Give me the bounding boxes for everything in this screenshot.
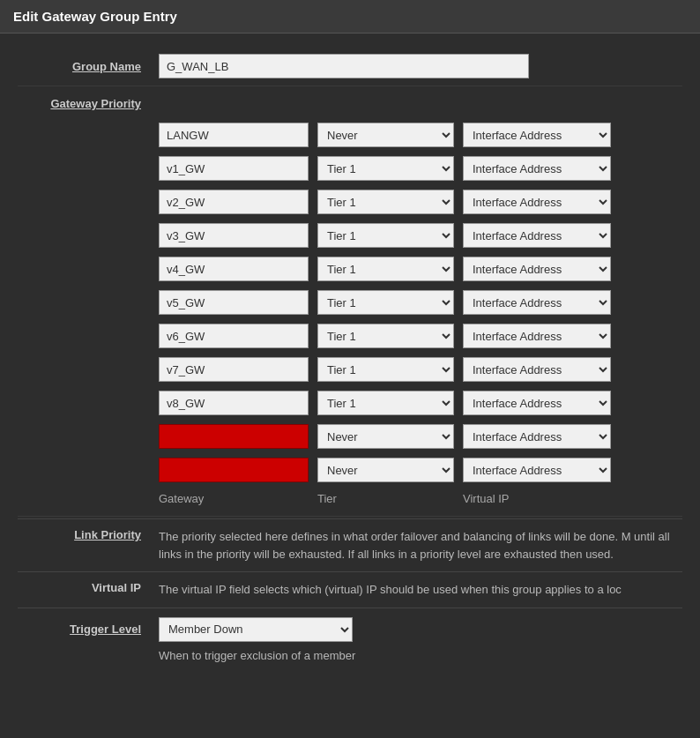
vip-select-7[interactable]: Interface Address: [463, 324, 611, 348]
gateway-input-7[interactable]: [159, 324, 309, 348]
gateway-row-1: NeverTier 1Tier 2Tier 3Tier 4Tier 5Inter…: [159, 118, 682, 152]
link-priority-label: Link Priority: [18, 528, 159, 563]
group-name-input[interactable]: [159, 54, 529, 78]
tier-select-2[interactable]: NeverTier 1Tier 2Tier 3Tier 4Tier 5: [317, 156, 454, 181]
gateway-input-4[interactable]: [159, 223, 309, 248]
group-name-label: Group Name: [18, 60, 159, 73]
gateway-row-8: NeverTier 1Tier 2Tier 3Tier 4Tier 5Inter…: [159, 353, 682, 386]
tier-select-5[interactable]: NeverTier 1Tier 2Tier 3Tier 4Tier 5: [317, 257, 454, 281]
gateway-row-10: NeverTier 1Tier 2Tier 3Tier 4Tier 5Inter…: [159, 420, 682, 453]
gateway-col-headers: Gateway Tier Virtual IP: [159, 487, 682, 509]
col-header-gateway: Gateway: [159, 492, 317, 505]
gateway-row-9: NeverTier 1Tier 2Tier 3Tier 4Tier 5Inter…: [159, 386, 682, 420]
tier-select-1[interactable]: NeverTier 1Tier 2Tier 3Tier 4Tier 5: [317, 123, 454, 147]
tier-select-6[interactable]: NeverTier 1Tier 2Tier 3Tier 4Tier 5: [317, 290, 454, 315]
vip-select-3[interactable]: Interface Address: [463, 190, 611, 214]
tier-select-7[interactable]: NeverTier 1Tier 2Tier 3Tier 4Tier 5: [317, 324, 454, 348]
gateway-input-11[interactable]: [159, 458, 309, 482]
tier-select-11[interactable]: NeverTier 1Tier 2Tier 3Tier 4Tier 5: [317, 458, 454, 482]
vip-select-5[interactable]: Interface Address: [463, 257, 611, 281]
col-header-virtual-ip: Virtual IP: [463, 492, 611, 505]
virtual-ip-label: Virtual IP: [18, 581, 159, 599]
gateway-input-10[interactable]: [159, 424, 309, 449]
gateway-input-1[interactable]: [159, 123, 309, 147]
gateway-priority-label: Gateway Priority: [18, 97, 159, 110]
tier-select-4[interactable]: NeverTier 1Tier 2Tier 3Tier 4Tier 5: [317, 223, 454, 248]
page-title: Edit Gateway Group Entry: [0, 0, 700, 34]
vip-select-4[interactable]: Interface Address: [463, 223, 611, 248]
vip-select-2[interactable]: Interface Address: [463, 156, 611, 181]
link-priority-text: The priority selected here defines in wh…: [159, 528, 682, 563]
link-priority-row: Link Priority The priority selected here…: [18, 521, 682, 570]
gateway-input-3[interactable]: [159, 190, 309, 214]
virtual-ip-row: Virtual IP The virtual IP field selects …: [18, 574, 682, 606]
gateway-priority-section: NeverTier 1Tier 2Tier 3Tier 4Tier 5Inter…: [18, 118, 682, 509]
vip-select-8[interactable]: Interface Address: [463, 357, 611, 382]
vip-select-1[interactable]: Interface Address: [463, 123, 611, 147]
group-name-value: [159, 54, 682, 78]
trigger-level-label: Trigger Level: [18, 622, 159, 636]
tier-select-10[interactable]: NeverTier 1Tier 2Tier 3Tier 4Tier 5: [317, 424, 454, 449]
vip-select-9[interactable]: Interface Address: [463, 391, 611, 415]
gateway-row-11: NeverTier 1Tier 2Tier 3Tier 4Tier 5Inter…: [159, 453, 682, 487]
gateway-row-5: NeverTier 1Tier 2Tier 3Tier 4Tier 5Inter…: [159, 252, 682, 286]
gateway-row-3: NeverTier 1Tier 2Tier 3Tier 4Tier 5Inter…: [159, 185, 682, 219]
gateway-row-4: NeverTier 1Tier 2Tier 3Tier 4Tier 5Inter…: [159, 219, 682, 252]
trigger-level-help: When to trigger exclusion of a member: [159, 647, 682, 665]
trigger-level-select[interactable]: Member Down Packet Loss High Latency Pac…: [159, 617, 353, 642]
gateway-row-2: NeverTier 1Tier 2Tier 3Tier 4Tier 5Inter…: [159, 152, 682, 185]
gateway-input-2[interactable]: [159, 156, 309, 181]
gateway-input-6[interactable]: [159, 290, 309, 315]
gateway-input-9[interactable]: [159, 391, 309, 415]
virtual-ip-text: The virtual IP field selects which (virt…: [159, 581, 682, 599]
col-header-tier: Tier: [317, 492, 463, 505]
tier-select-3[interactable]: NeverTier 1Tier 2Tier 3Tier 4Tier 5: [317, 190, 454, 214]
trigger-level-select-wrapper: Member Down Packet Loss High Latency Pac…: [159, 617, 353, 642]
tier-select-9[interactable]: NeverTier 1Tier 2Tier 3Tier 4Tier 5: [317, 391, 454, 415]
gateway-priority-row: Gateway Priority NeverTier 1Tier 2Tier 3…: [18, 86, 682, 517]
tier-select-8[interactable]: NeverTier 1Tier 2Tier 3Tier 4Tier 5: [317, 357, 454, 382]
vip-select-11[interactable]: Interface Address: [463, 458, 611, 482]
gateway-row-7: NeverTier 1Tier 2Tier 3Tier 4Tier 5Inter…: [159, 319, 682, 353]
gateway-input-5[interactable]: [159, 257, 309, 281]
vip-select-10[interactable]: Interface Address: [463, 424, 611, 449]
gateway-row-6: NeverTier 1Tier 2Tier 3Tier 4Tier 5Inter…: [159, 286, 682, 319]
group-name-row: Group Name: [18, 47, 682, 86]
gateway-input-8[interactable]: [159, 357, 309, 382]
trigger-level-row: Trigger Level Member Down Packet Loss Hi…: [18, 610, 682, 672]
vip-select-6[interactable]: Interface Address: [463, 290, 611, 315]
